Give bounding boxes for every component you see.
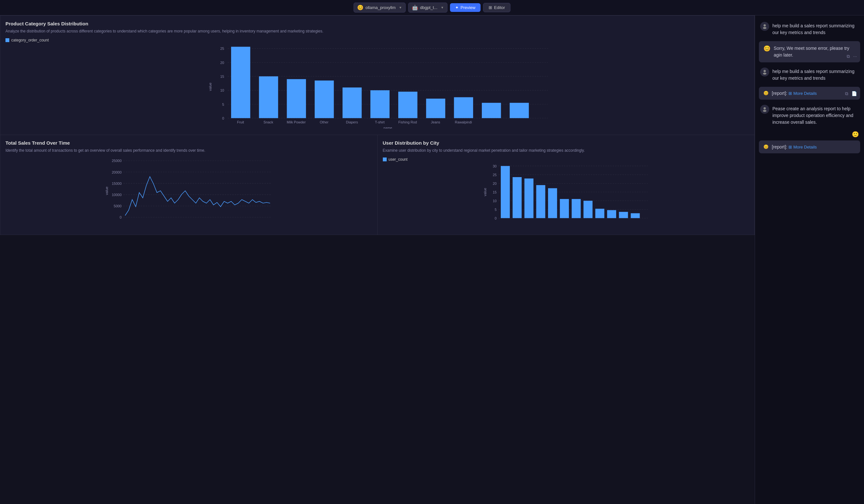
chat-msg-4: 😊 [report]: ⊞ More Details ⧉ 📄 [759,87,860,100]
model1-selector[interactable]: 😊 ollama_proxyllm ▼ [353,3,406,13]
main-layout: Product Category Sales Distribution Anal… [0,15,864,504]
legend-color-3 [383,157,387,161]
bar-jeans [426,99,445,118]
chart3-container: 30 25 20 15 10 5 0 value [383,164,749,229]
chart3-legend: user_count [383,157,749,162]
top-bar: 😊 ollama_proxyllm ▼ 🤖 dbgpt_t... ▼ ✦ Pre… [0,0,864,15]
legend-label-1: category_order_count [11,38,49,43]
chat-msg-3: help me build a sales report summarizing… [759,65,860,84]
user-msg-5-text: Pease create an analysis report to help … [772,105,859,126]
bar-c3 [524,178,533,218]
model1-name: ollama_proxyllm [365,5,396,10]
chart1-desc: Analyze the distribution of products acr… [5,28,749,34]
user-msg-3-text: help me build a sales report summarizing… [772,68,859,82]
preview-label: Preview [460,5,476,10]
chat-msg-6: 😊 [report]: ⊞ More Details [759,141,860,153]
svg-text:0: 0 [495,216,496,220]
user-avatar-3 [760,68,769,76]
report-content-6: [report]: ⊞ More Details [772,144,856,149]
bar-other [315,81,334,118]
document-icon-4[interactable]: 📄 [851,91,857,96]
model2-emoji: 🤖 [412,4,418,11]
model1-chevron-icon: ▼ [399,6,402,9]
user-msg-1-text: help me build a sales report summarizing… [772,22,859,36]
svg-text:5: 5 [495,208,496,212]
preview-button[interactable]: ✦ Preview [450,3,481,12]
model1-emoji: 😊 [357,4,363,11]
svg-text:value: value [208,83,212,91]
svg-text:15000: 15000 [112,182,122,185]
svg-text:Diapers: Diapers [346,120,358,124]
copy-icon[interactable]: ⧉ [847,54,850,59]
charts-area: Product Category Sales Distribution Anal… [0,15,755,504]
editor-label: Editor [494,5,505,10]
svg-text:Snack: Snack [264,120,274,124]
svg-text:Milk Powder: Milk Powder [287,120,306,124]
editor-button[interactable]: ⊞ Editor [483,3,511,12]
bar-milk [287,79,306,118]
svg-text:20: 20 [493,182,496,185]
chart-card-1: Product Category Sales Distribution Anal… [0,15,755,135]
legend-label-3: user_count [388,157,408,162]
bar-tshirt [370,90,389,118]
svg-text:10: 10 [220,88,224,92]
svg-text:Other: Other [320,120,328,124]
model2-selector[interactable]: 🤖 dbgpt_t... ▼ [408,3,447,13]
more-icon[interactable]: ··· [853,54,857,59]
svg-point-52 [763,27,767,29]
emoji-reaction-icon[interactable]: 🙂 [852,131,859,138]
svg-text:5: 5 [222,103,224,106]
report-link-4[interactable]: ⊞ More Details [789,91,817,96]
more-details-label-6: More Details [793,145,817,149]
chat-msg-5: Pease create an analysis report to help … [759,102,860,128]
chart2-container: 25000 20000 15000 10000 5000 0 value [5,157,372,229]
chart2-title: Total Sales Trend Over Time [5,140,372,146]
bar-c1 [501,166,510,218]
bar-extra1 [482,103,501,118]
chart3-title: User Distribution by City [383,140,749,146]
bar-c7 [572,199,580,218]
user-avatar-1 [760,22,769,31]
svg-text:value: value [483,188,487,196]
svg-text:10: 10 [493,199,496,203]
table-icon-4: ⊞ [789,91,792,96]
person-icon-3 [762,107,767,112]
bar-c10 [607,210,616,218]
svg-text:25: 25 [220,47,224,50]
bar-rawalpindi [454,97,473,118]
bar-diapers [343,87,362,118]
report-content-4: [report]: ⊞ More Details [772,91,856,96]
svg-text:value: value [105,187,109,195]
model2-chevron-icon: ▼ [441,6,444,9]
chat-msg-1: help me build a sales report summarizing… [759,19,860,38]
copy-icon-4[interactable]: ⧉ [845,91,848,96]
bar-c5 [548,188,557,218]
user-avatar-5 [760,105,769,114]
bar-c9 [595,208,604,218]
svg-text:25: 25 [493,173,496,177]
svg-text:Jeans: Jeans [431,120,440,124]
chart1-title: Product Category Sales Distribution [5,21,749,26]
svg-text:Rawalpindi: Rawalpindi [455,120,472,124]
svg-text:5000: 5000 [114,204,121,208]
svg-text:0: 0 [222,116,224,120]
bot-msg-2-actions: ⧉ ··· [847,54,857,59]
svg-text:25000: 25000 [112,159,122,163]
svg-text:Fruit: Fruit [237,120,244,124]
chart2-desc: Identify the total amount of transaction… [5,147,372,153]
chart1-container: 25 20 15 10 5 0 value Fruit Snack [5,45,749,130]
chart-card-2: Total Sales Trend Over Time Identify the… [0,135,377,235]
sidebar: help me build a sales report summarizing… [755,15,864,504]
svg-text:Fishing Rod: Fishing Rod [398,120,417,124]
svg-point-54 [763,73,767,75]
report-link-6[interactable]: ⊞ More Details [789,145,817,149]
bar-c11 [619,212,628,218]
person-icon-2 [762,69,767,75]
bar-c8 [584,201,592,218]
bot-msg-2-text: Sorry, We meet some error, please try ag… [774,45,856,59]
bar-extra2 [510,103,529,118]
bar-snack [259,76,278,118]
report-prefix-6: [report]: [772,144,789,149]
svg-text:15: 15 [220,75,224,79]
chart1-legend: category_order_count [5,38,749,43]
